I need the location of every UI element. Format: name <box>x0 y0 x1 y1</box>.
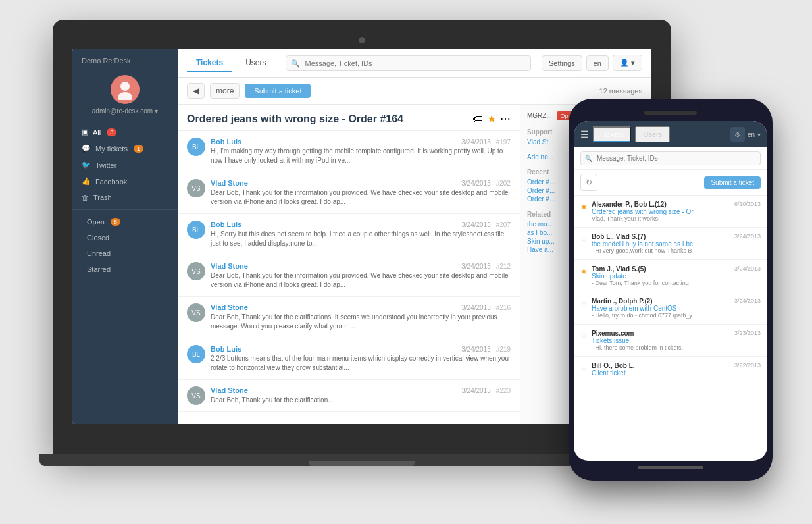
phone-search-icon: 🔍 <box>585 155 592 162</box>
top-bar: Tickets Users 🔍 Settings en 👤 ▾ <box>178 49 651 78</box>
sidebar-item-starred[interactable]: Starred <box>72 261 178 277</box>
message-avatar: VS <box>187 262 205 280</box>
ticket-item-title: Skin update <box>592 273 730 280</box>
lang-button[interactable]: en <box>586 55 609 71</box>
ticket-item-title: Have a problem with CentOS <box>592 305 730 312</box>
message-date: 3/24/2013 <box>461 304 491 311</box>
settings-button[interactable]: Settings <box>542 55 582 71</box>
facebook-icon: 👍 <box>82 177 91 186</box>
search-input[interactable] <box>286 55 530 71</box>
message-date: 3/24/2013 <box>461 138 491 145</box>
svg-point-1 <box>118 92 132 100</box>
ticket-action-icons: 🏷 ★ ⋯ <box>472 113 511 125</box>
more-ticket-icon[interactable]: ⋯ <box>500 113 511 125</box>
star-icon[interactable]: ★ <box>580 202 588 211</box>
star-icon[interactable]: ☆ <box>580 331 588 340</box>
star-icon[interactable]: ☆ <box>580 299 588 308</box>
phone-lang-label: en <box>748 131 755 138</box>
star-icon[interactable]: ☆ <box>580 234 588 244</box>
list-item[interactable]: ☆ Bob L., Vlad S.(7) the model i buy is … <box>574 228 767 260</box>
message-id: #202 <box>496 180 511 187</box>
monitor-icon: ▣ <box>82 128 88 136</box>
sidebar-item-twitter[interactable]: 🐦 Twitter <box>72 157 178 173</box>
message-body: Bob Luis 3/24/2013 #197 Hi, I'm making m… <box>211 138 511 165</box>
ticket-header: Ordered jeans with wrong size - Order #1… <box>178 105 520 131</box>
ticket-item-authors: Bob L., Vlad S.(7) <box>592 233 730 240</box>
phone-search-input[interactable] <box>580 151 761 165</box>
message-body: Bob Luis 3/24/2013 #207 Hi, Sorry but th… <box>211 221 511 248</box>
ticket-item-preview: - Hi, there some problem in tickets. — <box>592 344 730 351</box>
ticket-item-body: Martin ., Dolph P.(2) Have a problem wit… <box>592 298 730 319</box>
sidebar-item-my-tickets[interactable]: 💬 My tickets 1 <box>72 140 178 157</box>
message-count: 12 messages <box>599 87 642 95</box>
tab-users[interactable]: Users <box>236 54 275 72</box>
table-row: VS Vlad Stone 3/24/2013 #202 Dear Bob, T… <box>178 172 520 214</box>
user-avatar-section: admin@re-desk.com ▾ <box>72 70 178 121</box>
phone-refresh-button[interactable]: ↻ <box>580 174 597 191</box>
message-id: #223 <box>496 387 511 394</box>
sidebar-item-closed[interactable]: Closed <box>72 230 178 246</box>
message-id: #207 <box>496 221 511 228</box>
laptop-screen: Demo Re:Desk admin@re-desk.com ▾ <box>72 49 651 424</box>
user-button[interactable]: 👤 ▾ <box>613 55 642 71</box>
message-id: #197 <box>496 138 511 145</box>
list-item[interactable]: ☆ Bill O., Bob L. Client ticket 3/22/201… <box>574 357 767 382</box>
sidebar-item-unread[interactable]: Unread <box>72 246 178 261</box>
message-body: Vlad Stone 3/24/2013 #202 Dear Bob, Than… <box>211 179 511 207</box>
message-body: Vlad Stone 3/24/2013 #212 Dear Bob, Than… <box>211 262 511 290</box>
phone-lang: ⚙ en ▾ <box>730 127 761 142</box>
tab-tickets[interactable]: Tickets <box>187 54 232 72</box>
message-text: Hi, Sorry but this does not seem to help… <box>211 230 511 248</box>
phone-menu-icon[interactable]: ☰ <box>580 129 589 140</box>
message-body: Bob Luis 3/24/2013 #219 2 2/3 buttons me… <box>211 345 511 373</box>
ticket-id-label: MGRZ... <box>527 112 552 119</box>
ticket-item-date: 3/23/2013 <box>734 330 761 336</box>
sidebar-item-facebook[interactable]: 👍 Facebook <box>72 173 178 190</box>
ticket-item-preview: Vlad, Thank you! It works! <box>592 215 730 222</box>
phone-notch <box>644 111 697 115</box>
sidebar-item-open[interactable]: Open 8 <box>72 214 178 230</box>
more-button[interactable]: more <box>210 83 240 99</box>
phone-gear-button[interactable]: ⚙ <box>730 127 745 142</box>
ticket-item-preview: - Dear Tom, Thank you for contacting <box>592 280 730 286</box>
avatar <box>111 75 140 104</box>
submit-ticket-button[interactable]: Submit a ticket <box>245 84 311 98</box>
phone-search-area: 🔍 <box>574 147 767 170</box>
messages-list: BL Bob Luis 3/24/2013 #197 Hi, I'm makin… <box>178 131 520 424</box>
table-row: VS Vlad Stone 3/24/2013 #223 Dear Bob, T… <box>178 380 520 412</box>
message-author: Vlad Stone <box>211 262 248 270</box>
ticket-item-authors: Martin ., Dolph P.(2) <box>592 298 730 305</box>
phone-topbar: ☰ Tickets Users ⚙ en ▾ <box>574 121 767 147</box>
phone-tab-users[interactable]: Users <box>635 126 670 142</box>
sidebar-item-trash[interactable]: 🗑 Trash <box>72 190 178 205</box>
star-ticket-icon[interactable]: ★ <box>487 113 496 125</box>
star-icon[interactable]: ☆ <box>580 363 588 373</box>
star-icon[interactable]: ★ <box>580 267 588 276</box>
list-item[interactable]: ☆ Martin ., Dolph P.(2) Have a problem w… <box>574 292 767 325</box>
message-text: Hi, I'm making my way through getting th… <box>211 147 511 165</box>
message-avatar: BL <box>187 221 205 239</box>
ticket-item-title: Client ticket <box>592 369 730 377</box>
message-text: Dear Bob, Thank you for the clarificatio… <box>211 313 511 331</box>
message-body: Vlad Stone 3/24/2013 #216 Dear Bob, Than… <box>211 303 511 331</box>
sidebar: Demo Re:Desk admin@re-desk.com ▾ <box>72 49 178 424</box>
table-row: VS Vlad Stone 3/24/2013 #216 Dear Bob, T… <box>178 297 520 338</box>
chat-icon: 💬 <box>82 144 91 153</box>
phone-device: ☰ Tickets Users ⚙ en ▾ 🔍 ↻ <box>569 99 773 481</box>
ticket-item-body: Tom J., Vlad S.(5) Skin update - Dear To… <box>592 265 730 286</box>
list-item[interactable]: ★ Tom J., Vlad S.(5) Skin update - Dear … <box>574 260 767 292</box>
list-item[interactable]: ★ Alexander P., Bob L.(12) Ordered jeans… <box>574 196 767 228</box>
message-text: 2 2/3 buttons means that of the four mai… <box>211 354 511 373</box>
phone-tab-tickets[interactable]: Tickets <box>593 126 631 142</box>
phone-actions: ↻ Submit a ticket <box>574 170 767 196</box>
search-icon: 🔍 <box>291 59 300 67</box>
ticket-item-date: 3/22/2013 <box>734 362 761 369</box>
sidebar-username: admin@re-desk.com ▾ <box>92 107 158 115</box>
message-date: 3/24/2013 <box>461 387 491 394</box>
sidebar-item-all[interactable]: ▣ All 3 <box>72 124 178 140</box>
ticket-item-authors: Tom J., Vlad S.(5) <box>592 265 730 273</box>
tag-icon[interactable]: 🏷 <box>472 113 483 125</box>
list-item[interactable]: ☆ Pixemus.com Tickets issue - Hi, there … <box>574 325 767 357</box>
back-button[interactable]: ◀ <box>187 83 205 99</box>
phone-submit-ticket-button[interactable]: Submit a ticket <box>704 176 761 189</box>
